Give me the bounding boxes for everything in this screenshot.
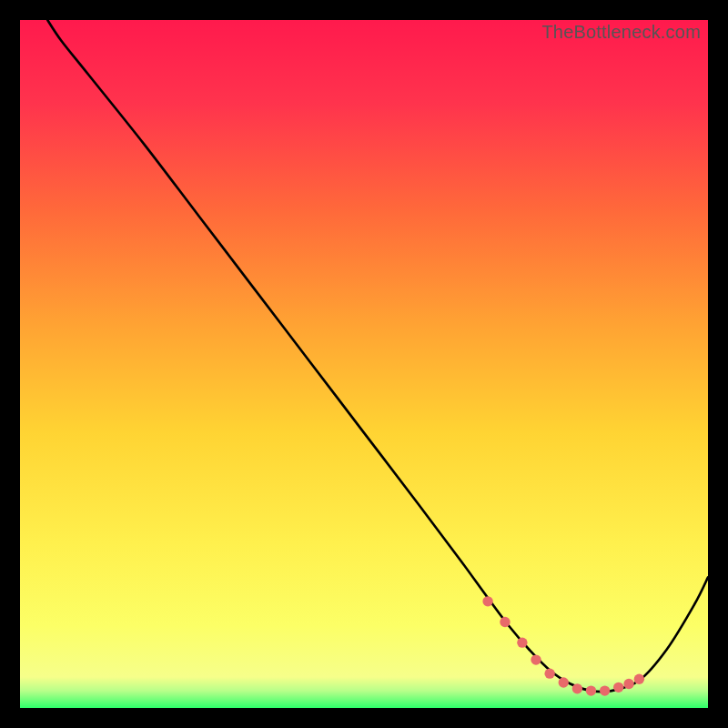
highlight-dot (517, 638, 527, 648)
highlight-dot (544, 669, 554, 679)
highlight-dot (634, 674, 644, 684)
highlight-dot (600, 685, 610, 695)
highlight-dot (482, 596, 492, 606)
highlight-dot (572, 683, 582, 693)
bottleneck-curve-path (47, 20, 708, 692)
chart-svg (20, 20, 708, 708)
highlight-dot (586, 685, 596, 695)
highlight-markers (482, 596, 644, 696)
chart-frame: TheBottleneck.com (0, 0, 728, 728)
highlight-dot (623, 679, 633, 689)
highlight-dot (613, 682, 623, 693)
plot-area: TheBottleneck.com (20, 20, 708, 708)
highlight-dot (500, 617, 510, 627)
highlight-dot (531, 654, 541, 664)
highlight-dot (559, 677, 569, 687)
